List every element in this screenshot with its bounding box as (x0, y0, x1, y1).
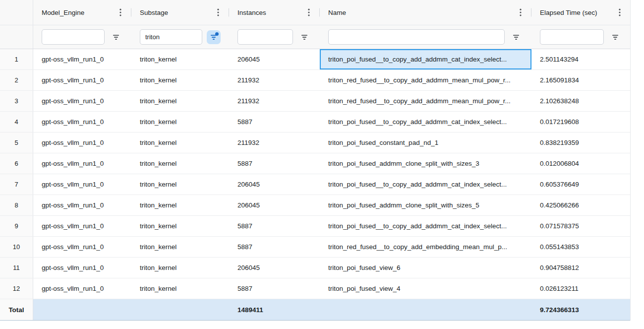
column-menu-kebab-icon[interactable] (518, 7, 523, 17)
cell-substage[interactable]: triton_kernel (131, 258, 229, 278)
cell-model-engine[interactable]: gpt-oss_vllm_run1_0 (33, 49, 131, 69)
cell-elapsed[interactable]: 0.017219608 (531, 112, 631, 132)
cell-substage[interactable]: triton_kernel (131, 278, 229, 299)
cell-substage[interactable]: triton_kernel (131, 216, 229, 236)
cell-instances[interactable]: 206045 (229, 258, 320, 278)
cell-instances[interactable]: 206045 (229, 49, 320, 69)
row-number: 12 (0, 278, 33, 299)
substage-filter-input[interactable] (140, 29, 202, 45)
cell-elapsed[interactable]: 0.071578375 (531, 216, 631, 236)
cell-substage[interactable]: triton_kernel (131, 49, 229, 69)
table-row: 1gpt-oss_vllm_run1_0triton_kernel206045t… (0, 49, 630, 70)
cell-elapsed[interactable]: 0.055143853 (531, 237, 631, 257)
filter-cell-model-engine (33, 25, 131, 49)
column-label: Elapsed Time (sec) (540, 9, 597, 16)
total-cell-instances: 1489411 (229, 299, 320, 320)
model-engine-filter-button[interactable] (109, 30, 123, 44)
cell-name[interactable]: triton_poi_fused_view_6 (320, 258, 531, 278)
column-header-substage[interactable]: Substage (131, 0, 229, 25)
cell-instances[interactable]: 5887 (229, 216, 320, 236)
cell-name[interactable]: triton_poi_fused__to_copy_add_addmm_cat_… (320, 174, 531, 195)
table-row: 8gpt-oss_vllm_run1_0triton_kernel206045t… (0, 195, 630, 216)
cell-model-engine[interactable]: gpt-oss_vllm_run1_0 (33, 195, 131, 215)
cell-instances[interactable]: 206045 (229, 195, 320, 215)
column-header-name[interactable]: Name (320, 0, 531, 25)
cell-model-engine[interactable]: gpt-oss_vllm_run1_0 (33, 216, 131, 236)
filter-row-pinned-cell (0, 25, 33, 49)
cell-name[interactable]: triton_red_fused__to_copy_add_addmm_mean… (320, 70, 531, 90)
row-number: 4 (0, 112, 33, 132)
column-label: Substage (140, 9, 168, 16)
cell-model-engine[interactable]: gpt-oss_vllm_run1_0 (33, 153, 131, 174)
cell-name[interactable]: triton_poi_fused_addmm_clone_split_with_… (320, 195, 531, 215)
cell-substage[interactable]: triton_kernel (131, 70, 229, 90)
cell-instances[interactable]: 211932 (229, 132, 320, 153)
cell-instances[interactable]: 5887 (229, 112, 320, 132)
cell-model-engine[interactable]: gpt-oss_vllm_run1_0 (33, 91, 131, 111)
column-menu-kebab-icon[interactable] (216, 7, 221, 17)
cell-model-engine[interactable]: gpt-oss_vllm_run1_0 (33, 132, 131, 153)
name-filter-input[interactable] (328, 29, 505, 45)
column-header-elapsed-time[interactable]: Elapsed Time (sec) (531, 0, 631, 25)
cell-elapsed[interactable]: 0.012006804 (531, 153, 631, 174)
row-number: 2 (0, 70, 33, 90)
cell-substage[interactable]: triton_kernel (131, 174, 229, 195)
cell-name[interactable]: triton_poi_fused_addmm_clone_split_with_… (320, 153, 531, 174)
cell-elapsed[interactable]: 0.904758812 (531, 258, 631, 278)
cell-elapsed[interactable]: 0.838219359 (531, 132, 631, 153)
cell-instances[interactable]: 206045 (229, 174, 320, 195)
cell-name-selected[interactable]: triton_poi_fused__to_copy_add_addmm_cat_… (320, 49, 531, 69)
filter-icon (512, 33, 520, 41)
model-engine-filter-input[interactable] (42, 29, 105, 45)
column-menu-kebab-icon[interactable] (306, 7, 311, 17)
cell-instances[interactable]: 5887 (229, 278, 320, 299)
column-menu-kebab-icon[interactable] (617, 7, 622, 17)
cell-name[interactable]: triton_poi_fused_constant_pad_nd_1 (320, 132, 531, 153)
cell-model-engine[interactable]: gpt-oss_vllm_run1_0 (33, 258, 131, 278)
cell-instances[interactable]: 5887 (229, 153, 320, 174)
cell-name[interactable]: triton_poi_fused__to_copy_add_addmm_cat_… (320, 216, 531, 236)
cell-model-engine[interactable]: gpt-oss_vllm_run1_0 (33, 112, 131, 132)
filter-cell-instances (229, 25, 320, 49)
cell-elapsed[interactable]: 0.026123211 (531, 278, 631, 299)
name-filter-button[interactable] (509, 30, 523, 44)
cell-name[interactable]: triton_red_fused__to_copy_add_addmm_mean… (320, 91, 531, 111)
cell-name[interactable]: triton_red_fused__to_copy_add_embedding_… (320, 237, 531, 257)
cell-elapsed[interactable]: 2.165091834 (531, 70, 631, 90)
cell-elapsed[interactable]: 2.102638248 (531, 91, 631, 111)
cell-substage[interactable]: triton_kernel (131, 237, 229, 257)
cell-substage[interactable]: triton_kernel (131, 91, 229, 111)
cell-instances[interactable]: 211932 (229, 70, 320, 90)
cell-substage[interactable]: triton_kernel (131, 112, 229, 132)
instances-filter-input[interactable] (237, 29, 293, 45)
elapsed-time-filter-button[interactable] (608, 30, 622, 44)
cell-model-engine[interactable]: gpt-oss_vllm_run1_0 (33, 237, 131, 257)
row-number: 9 (0, 216, 33, 236)
row-number: 6 (0, 153, 33, 174)
column-menu-kebab-icon[interactable] (118, 7, 123, 17)
row-number: 7 (0, 174, 33, 195)
filter-icon (112, 33, 120, 41)
table-row: 10gpt-oss_vllm_run1_0triton_kernel5887tr… (0, 237, 630, 258)
cell-substage[interactable]: triton_kernel (131, 195, 229, 215)
instances-filter-button[interactable] (297, 30, 311, 44)
cell-model-engine[interactable]: gpt-oss_vllm_run1_0 (33, 174, 131, 195)
table-row: 6gpt-oss_vllm_run1_0triton_kernel5887tri… (0, 153, 630, 174)
cell-elapsed[interactable]: 2.501143294 (531, 49, 631, 69)
cell-substage[interactable]: triton_kernel (131, 153, 229, 174)
total-cell-elapsed-time: 9.724366313 (531, 299, 631, 320)
table-row: 7gpt-oss_vllm_run1_0triton_kernel206045t… (0, 174, 630, 195)
cell-name[interactable]: triton_poi_fused__to_copy_add_addmm_cat_… (320, 112, 531, 132)
cell-instances[interactable]: 5887 (229, 237, 320, 257)
substage-filter-button[interactable] (207, 30, 221, 44)
cell-model-engine[interactable]: gpt-oss_vllm_run1_0 (33, 278, 131, 299)
column-header-model-engine[interactable]: Model_Engine (33, 0, 131, 25)
cell-elapsed[interactable]: 0.425066266 (531, 195, 631, 215)
elapsed-time-filter-input[interactable] (540, 29, 604, 45)
cell-substage[interactable]: triton_kernel (131, 132, 229, 153)
cell-instances[interactable]: 211932 (229, 91, 320, 111)
cell-name[interactable]: triton_poi_fused_view_4 (320, 278, 531, 299)
cell-model-engine[interactable]: gpt-oss_vllm_run1_0 (33, 70, 131, 90)
cell-elapsed[interactable]: 0.605376649 (531, 174, 631, 195)
column-header-instances[interactable]: Instances (229, 0, 320, 25)
